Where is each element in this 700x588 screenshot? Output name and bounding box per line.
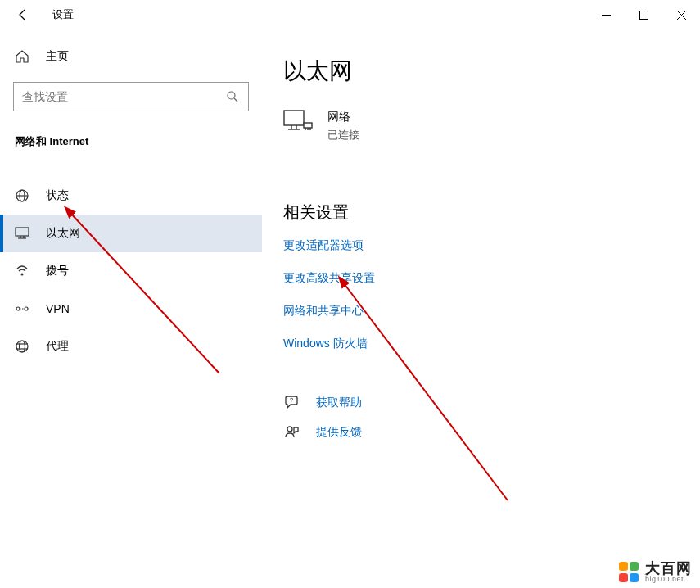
search-box[interactable] xyxy=(13,82,249,111)
dialup-icon xyxy=(15,264,29,278)
svg-rect-1 xyxy=(639,11,648,19)
get-help-link[interactable]: ? 获取帮助 xyxy=(283,394,700,412)
category-header: 网络和 Internet xyxy=(0,111,262,161)
help-label: 获取帮助 xyxy=(316,396,362,410)
svg-line-5 xyxy=(234,98,237,102)
nav-item-ethernet[interactable]: 以太网 xyxy=(0,215,262,252)
watermark: 大百网 big100.net xyxy=(619,561,692,583)
network-status-text: 已连接 xyxy=(327,128,359,142)
watermark-logo-icon xyxy=(619,562,640,583)
title-bar: 设置 xyxy=(0,0,700,29)
svg-point-30 xyxy=(287,427,292,432)
svg-point-13 xyxy=(21,274,24,276)
proxy-icon xyxy=(15,339,29,354)
monitor-network-icon xyxy=(283,110,313,134)
page-title: 以太网 xyxy=(283,56,700,87)
nav-label: 拨号 xyxy=(46,264,69,278)
svg-rect-9 xyxy=(16,228,29,236)
svg-point-17 xyxy=(16,341,28,352)
search-input[interactable] xyxy=(22,90,225,103)
window-title: 设置 xyxy=(52,7,74,22)
svg-point-15 xyxy=(25,307,28,310)
feedback-label: 提供反馈 xyxy=(316,425,362,440)
svg-text:?: ? xyxy=(290,396,294,404)
nav-item-dialup[interactable]: 拨号 xyxy=(0,252,262,290)
window-controls xyxy=(587,2,700,28)
sidebar: 主页 网络和 Internet 状态 以太网 xyxy=(0,29,262,588)
svg-point-14 xyxy=(16,307,20,310)
feedback-icon xyxy=(283,423,301,441)
vpn-icon xyxy=(15,301,29,316)
svg-point-20 xyxy=(20,341,25,352)
link-windows-firewall[interactable]: Windows 防火墙 xyxy=(283,337,700,351)
network-name: 网络 xyxy=(327,110,359,124)
back-button[interactable] xyxy=(15,7,31,23)
network-status[interactable]: 网络 已连接 xyxy=(283,110,700,142)
nav-item-proxy[interactable]: 代理 xyxy=(0,328,262,365)
search-icon xyxy=(225,89,240,104)
content-area: 以太网 网络 已连接 相关设置 更改适配器选项 更改高级共享设置 网络和共享中心… xyxy=(262,29,700,588)
nav-item-status[interactable]: 状态 xyxy=(0,177,262,215)
home-label: 主页 xyxy=(46,49,69,64)
svg-rect-21 xyxy=(284,111,304,125)
status-icon xyxy=(15,188,29,203)
nav-item-vpn[interactable]: VPN xyxy=(0,290,262,328)
watermark-url: big100.net xyxy=(645,576,692,583)
nav-label: VPN xyxy=(46,302,70,315)
nav-label: 以太网 xyxy=(46,226,80,241)
home-button[interactable]: 主页 xyxy=(0,41,262,72)
ethernet-icon xyxy=(15,226,29,241)
link-network-sharing-center[interactable]: 网络和共享中心 xyxy=(283,304,700,319)
close-button[interactable] xyxy=(662,2,700,28)
maximize-button[interactable] xyxy=(625,2,662,28)
nav-label: 代理 xyxy=(46,339,69,354)
give-feedback-link[interactable]: 提供反馈 xyxy=(283,423,700,441)
help-icon: ? xyxy=(283,394,301,412)
related-settings-title: 相关设置 xyxy=(283,201,700,224)
watermark-name: 大百网 xyxy=(645,561,692,576)
nav-label: 状态 xyxy=(46,188,69,203)
link-adapter-options[interactable]: 更改适配器选项 xyxy=(283,238,700,253)
svg-point-4 xyxy=(228,92,235,99)
home-icon xyxy=(15,49,29,64)
nav-list: 状态 以太网 拨号 VPN xyxy=(0,177,262,365)
svg-rect-25 xyxy=(304,123,312,128)
link-advanced-sharing[interactable]: 更改高级共享设置 xyxy=(283,271,700,286)
minimize-button[interactable] xyxy=(587,2,625,28)
